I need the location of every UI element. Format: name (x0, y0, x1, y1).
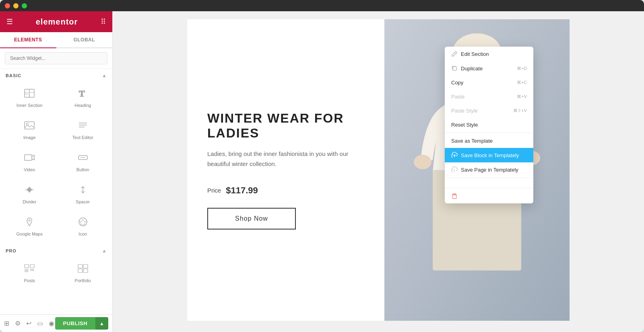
video-icon (24, 152, 35, 165)
sidebar: ☰ elementor ⠿ ELEMENTS GLOBAL BASIC ▲ (0, 11, 113, 332)
cloud-page-icon (451, 166, 458, 173)
duplicate-icon (451, 65, 458, 72)
menu-edit-section-label: Edit Section (461, 51, 489, 57)
widget-portfolio[interactable]: Portfolio (57, 256, 109, 287)
widget-video[interactable]: Video (3, 145, 56, 176)
menu-duplicate-shortcut: ⌘+D (517, 66, 527, 71)
svg-point-36 (414, 155, 431, 169)
menu-edit-section[interactable]: Edit Section (445, 47, 533, 61)
menu-divider-1 (445, 133, 533, 133)
svg-rect-53 (452, 195, 456, 199)
menu-save-block-label: Save Block in Templately (461, 152, 519, 158)
publish-dropdown-button[interactable]: ▲ (95, 317, 108, 330)
widget-text-editor[interactable]: Text Editor (57, 113, 109, 144)
divider-icon (24, 184, 35, 197)
menu-duplicate[interactable]: Duplicate ⌘+D (445, 61, 533, 76)
menu-paste-style-label: Paste Style (451, 108, 478, 114)
widget-spacer[interactable]: Spacer (57, 177, 109, 209)
menu-paste-shortcut: ⌘+V (517, 94, 527, 99)
google-maps-icon (24, 216, 35, 229)
pro-section-title: PRO (6, 248, 17, 253)
canvas-inner: WINTER WEAR FOR LADIES Ladies, bring out… (187, 19, 570, 321)
content-description: Ladies, bring out the inner fashionista … (207, 149, 364, 169)
price-value: $117.99 (226, 185, 258, 196)
tab-global[interactable]: GLOBAL (56, 32, 113, 47)
sidebar-tabs: ELEMENTS GLOBAL (0, 32, 112, 48)
layers-icon[interactable]: ⊞ (4, 320, 9, 327)
menu-navigator[interactable] (445, 179, 533, 187)
bottom-bar: ⊞ ⚙ ↩ ▭ ◉ PUBLISH ▲ (0, 314, 112, 332)
widget-google-maps[interactable]: Google Maps (3, 209, 56, 241)
widget-inner-section-label: Inner Section (17, 103, 43, 108)
trash-icon (451, 193, 458, 199)
widget-divider-label: Divider (23, 199, 36, 204)
pro-section: PRO ▲ Posts (0, 244, 112, 287)
widget-text-editor-label: Text Editor (72, 135, 93, 140)
search-bar (0, 48, 112, 69)
pro-chevron-icon[interactable]: ▲ (102, 248, 107, 254)
menu-save-template[interactable]: Save as Template (445, 134, 533, 148)
price-label: Price (207, 187, 221, 194)
minimize-button[interactable] (13, 3, 19, 8)
widget-portfolio-label: Portfolio (75, 278, 91, 283)
menu-divider-2 (445, 178, 533, 178)
canvas: WINTER WEAR FOR LADIES Ladies, bring out… (113, 11, 644, 332)
search-input[interactable] (5, 52, 107, 64)
menu-copy-shortcut: ⌘+C (517, 80, 527, 85)
maximize-button[interactable] (22, 3, 27, 8)
titlebar (0, 0, 644, 11)
publish-group: PUBLISH ▲ (55, 317, 108, 330)
pencil-icon (451, 51, 458, 57)
context-menu: Edit Section Duplicate ⌘+D (445, 47, 533, 203)
menu-save-block-templately[interactable]: Save Block in Templately (445, 148, 533, 162)
close-button[interactable] (5, 3, 10, 8)
pro-widgets-grid: Posts Portfolio (0, 256, 112, 287)
widget-inner-section[interactable]: Inner Section (3, 81, 56, 112)
svg-marker-15 (29, 187, 32, 192)
menu-copy[interactable]: Copy ⌘+C (445, 76, 533, 90)
widget-icon[interactable]: Icon (57, 209, 109, 241)
svg-rect-30 (78, 269, 83, 273)
menu-divider-3 (445, 188, 533, 188)
menu-save-page-label: Save Page in Templately (461, 167, 518, 173)
basic-section-header: BASIC ▲ (0, 69, 112, 81)
svg-rect-21 (25, 264, 29, 268)
svg-text:T: T (79, 88, 85, 98)
menu-paste-label: Paste (451, 94, 464, 100)
widget-button-label: Button (76, 167, 89, 172)
undo-icon[interactable]: ↩ (26, 320, 31, 327)
hamburger-icon[interactable]: ☰ (6, 17, 13, 26)
content-left: WINTER WEAR FOR LADIES Ladies, bring out… (187, 19, 384, 321)
settings-icon[interactable]: ⚙ (15, 320, 21, 327)
menu-save-page-templately[interactable]: Save Page in Templately (445, 162, 533, 177)
image-icon (24, 120, 35, 133)
device-icon[interactable]: ▭ (37, 320, 43, 327)
widget-button[interactable]: Button (57, 145, 109, 176)
widget-image-label: Image (23, 135, 36, 140)
publish-button[interactable]: PUBLISH (55, 317, 96, 330)
widget-spacer-label: Spacer (76, 199, 90, 204)
pro-section-header: PRO ▲ (0, 244, 112, 256)
svg-marker-20 (80, 219, 86, 225)
tab-elements[interactable]: ELEMENTS (0, 32, 56, 48)
shop-now-button[interactable]: Shop Now (207, 208, 296, 230)
widget-heading[interactable]: T Heading (57, 81, 109, 112)
menu-delete[interactable] (445, 189, 533, 203)
widget-posts[interactable]: Posts (3, 256, 56, 287)
menu-reset-style[interactable]: Reset Style (445, 118, 533, 132)
svg-rect-31 (83, 269, 88, 273)
price-row: Price $117.99 (207, 185, 364, 196)
grid-icon[interactable]: ⠿ (101, 17, 106, 26)
svg-rect-29 (83, 264, 88, 268)
widget-divider[interactable]: Divider (3, 177, 56, 209)
app-body: ☰ elementor ⠿ ELEMENTS GLOBAL BASIC ▲ (0, 11, 644, 332)
menu-save-template-label: Save as Template (451, 138, 493, 144)
sidebar-header: ☰ elementor ⠿ (0, 11, 112, 32)
preview-icon[interactable]: ◉ (49, 320, 54, 327)
posts-icon (24, 263, 35, 276)
button-icon (77, 152, 89, 165)
svg-rect-28 (78, 264, 83, 268)
widget-image[interactable]: Image (3, 113, 56, 144)
basic-chevron-icon[interactable]: ▲ (102, 73, 107, 78)
svg-rect-11 (25, 155, 32, 160)
